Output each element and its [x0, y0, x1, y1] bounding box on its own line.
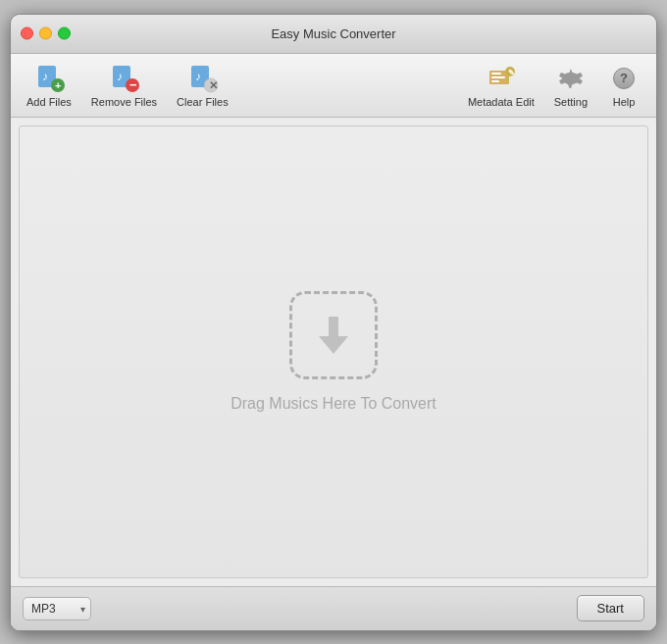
window-title: Easy Music Converter	[271, 26, 395, 41]
setting-label: Setting	[554, 96, 588, 108]
remove-files-icon: ♪ −	[108, 63, 139, 94]
metadata-edit-label: Metadata Edit	[468, 96, 535, 108]
svg-text:−: −	[129, 77, 137, 92]
traffic-lights	[21, 27, 71, 40]
drop-zone: Drag Musics Here To Convert	[231, 291, 436, 413]
title-bar: Easy Music Converter	[11, 15, 656, 54]
clear-files-icon: ♪ ✕	[186, 63, 218, 94]
app-window: Easy Music Converter ♪ + Add Files	[10, 14, 657, 631]
add-files-button[interactable]: ♪ + Add Files	[19, 59, 79, 112]
svg-rect-19	[329, 317, 338, 338]
maximize-button[interactable]	[58, 27, 71, 40]
svg-text:♪: ♪	[42, 70, 48, 83]
add-files-label: Add Files	[26, 96, 72, 108]
download-arrow-icon	[309, 311, 358, 360]
toolbar-right: ✎ Metadata Edit Setting ?	[460, 59, 648, 112]
help-icon: ?	[608, 63, 640, 94]
svg-text:♪: ♪	[117, 70, 123, 83]
remove-files-label: Remove Files	[91, 96, 157, 108]
minimize-button[interactable]	[39, 27, 52, 40]
clear-files-label: Clear Files	[177, 96, 229, 108]
svg-rect-13	[491, 73, 501, 74]
format-select[interactable]: MP3 AAC FLAC WAV OGG M4A	[23, 597, 91, 620]
toolbar-left: ♪ + Add Files ♪ − Remove Fi	[19, 59, 460, 112]
start-button[interactable]: Start	[577, 595, 644, 621]
close-button[interactable]	[21, 27, 33, 40]
settings-icon	[555, 63, 587, 94]
settings-button[interactable]: Setting	[546, 59, 595, 112]
svg-text:✕: ✕	[209, 79, 218, 91]
toolbar: ♪ + Add Files ♪ − Remove Fi	[11, 54, 656, 118]
help-button[interactable]: ? Help	[599, 59, 648, 112]
svg-text:✎: ✎	[507, 68, 514, 76]
add-files-icon: ♪ +	[33, 63, 65, 94]
drop-icon	[289, 291, 378, 379]
format-selector-wrapper: MP3 AAC FLAC WAV OGG M4A ▾	[23, 597, 91, 620]
help-label: Help	[613, 96, 636, 108]
metadata-edit-icon: ✎	[486, 63, 517, 94]
svg-marker-20	[319, 336, 348, 354]
drop-hint-text: Drag Musics Here To Convert	[231, 395, 436, 413]
drop-area[interactable]: Drag Musics Here To Convert	[19, 125, 648, 578]
clear-files-button[interactable]: ♪ ✕ Clear Files	[169, 59, 236, 112]
svg-text:♪: ♪	[195, 70, 201, 83]
svg-rect-14	[491, 76, 505, 78]
svg-text:+: +	[55, 79, 61, 91]
remove-files-button[interactable]: ♪ − Remove Files	[83, 59, 165, 112]
svg-rect-15	[491, 80, 499, 82]
metadata-edit-button[interactable]: ✎ Metadata Edit	[460, 59, 542, 112]
bottom-bar: MP3 AAC FLAC WAV OGG M4A ▾ Start	[11, 586, 656, 630]
